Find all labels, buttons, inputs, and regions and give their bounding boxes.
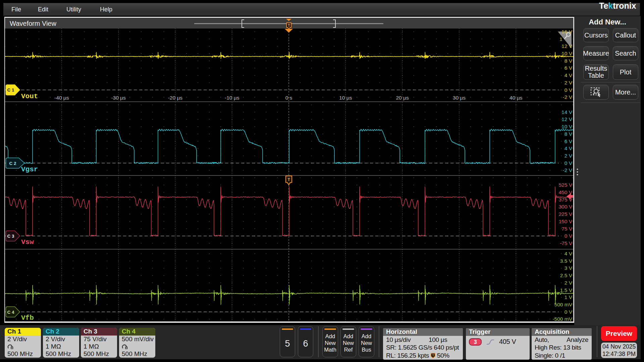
svg-text:3.5 V: 3.5 V bbox=[560, 258, 573, 264]
svg-text:-30 µs: -30 µs bbox=[111, 95, 126, 101]
svg-text:0 V: 0 V bbox=[565, 233, 573, 239]
svg-text:12 V: 12 V bbox=[561, 116, 573, 122]
svg-text:1: 1 bbox=[559, 36, 562, 42]
svg-text:300 V: 300 V bbox=[558, 204, 572, 209]
svg-text:-500 mV: -500 mV bbox=[552, 316, 572, 322]
svg-text:6 V: 6 V bbox=[565, 138, 573, 144]
svg-text:C 1: C 1 bbox=[7, 87, 14, 93]
svg-text:3 V: 3 V bbox=[565, 265, 573, 271]
svg-text:2 V: 2 V bbox=[565, 80, 573, 85]
svg-text:16 V: 16 V bbox=[561, 29, 573, 35]
svg-text:1 V: 1 V bbox=[565, 294, 573, 300]
svg-text:2.5 V: 2.5 V bbox=[560, 273, 573, 278]
svg-text:0 s: 0 s bbox=[285, 95, 292, 101]
svg-text:-40 µs: -40 µs bbox=[54, 95, 69, 101]
svg-text:75 V: 75 V bbox=[561, 226, 573, 232]
svg-text:C 2: C 2 bbox=[9, 161, 16, 166]
svg-text:0 V: 0 V bbox=[565, 309, 573, 315]
svg-text:Vgsr: Vgsr bbox=[21, 166, 38, 173]
svg-text:T: T bbox=[432, 354, 434, 357]
svg-text:12 V: 12 V bbox=[561, 43, 573, 49]
svg-text:4 V: 4 V bbox=[565, 72, 573, 78]
svg-text:C 4: C 4 bbox=[7, 310, 14, 315]
svg-text:150 V: 150 V bbox=[558, 219, 572, 224]
svg-text:14 V: 14 V bbox=[561, 109, 573, 115]
svg-text:-2 V: -2 V bbox=[563, 94, 573, 100]
svg-text:-20 µs: -20 µs bbox=[168, 95, 183, 101]
svg-text:Vfb: Vfb bbox=[21, 314, 34, 322]
svg-text:-75 V: -75 V bbox=[560, 240, 573, 246]
svg-text:8 V: 8 V bbox=[565, 131, 573, 137]
svg-text:C 3: C 3 bbox=[7, 234, 14, 239]
svg-text:500 mV: 500 mV bbox=[554, 302, 573, 307]
svg-text:6 V: 6 V bbox=[565, 65, 573, 71]
svg-text:0 V: 0 V bbox=[565, 87, 573, 93]
svg-text:Vout: Vout bbox=[21, 93, 38, 100]
svg-text:525 V: 525 V bbox=[558, 182, 572, 188]
svg-text:225 V: 225 V bbox=[558, 211, 572, 217]
svg-text:1.5 V: 1.5 V bbox=[560, 287, 573, 293]
svg-text:T: T bbox=[287, 177, 290, 182]
svg-text:4 V: 4 V bbox=[565, 251, 573, 256]
svg-text:10 µs: 10 µs bbox=[339, 95, 352, 101]
svg-text:10 V: 10 V bbox=[561, 124, 573, 129]
svg-text:450 V: 450 V bbox=[558, 189, 572, 195]
svg-text:0 V: 0 V bbox=[565, 160, 573, 166]
svg-text:40 µs: 40 µs bbox=[509, 95, 522, 101]
svg-text:10 V: 10 V bbox=[561, 51, 573, 56]
svg-text:30 µs: 30 µs bbox=[453, 95, 466, 101]
svg-text:2 V: 2 V bbox=[565, 153, 573, 159]
svg-text:8 V: 8 V bbox=[565, 58, 573, 64]
svg-text:2 V: 2 V bbox=[565, 280, 573, 286]
svg-text:375 V: 375 V bbox=[558, 197, 572, 202]
svg-text:Vsw: Vsw bbox=[21, 238, 34, 246]
svg-text:20 µs: 20 µs bbox=[396, 95, 409, 101]
svg-text:-10 µs: -10 µs bbox=[225, 95, 239, 101]
svg-text:-2 V: -2 V bbox=[563, 167, 573, 173]
svg-text:4 V: 4 V bbox=[565, 145, 573, 151]
